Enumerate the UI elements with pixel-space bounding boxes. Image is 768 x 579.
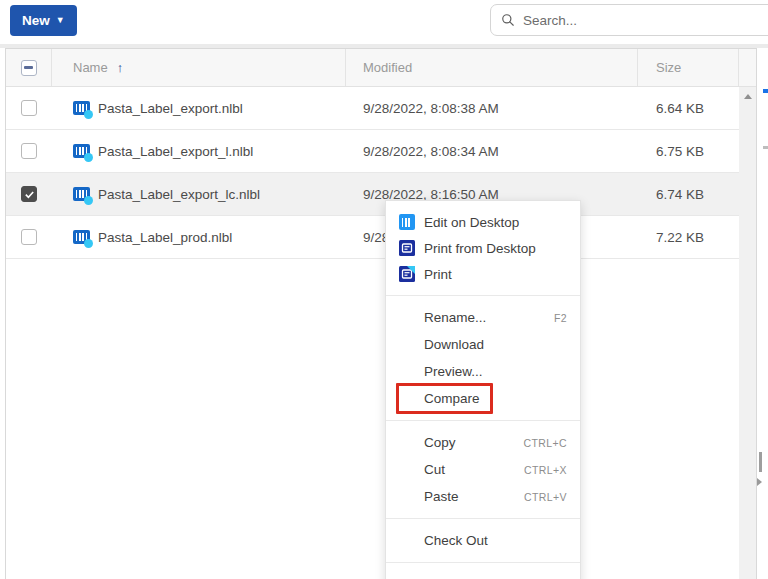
menu-item-check-out[interactable]: Check Out [386, 527, 580, 554]
menu-item-edit-on-desktop[interactable]: Edit on Desktop [386, 209, 580, 235]
menu-divider [386, 295, 580, 296]
menu-item-cut[interactable]: Cut CTRL+X [386, 456, 580, 483]
column-header-name[interactable]: Name ↑ [52, 49, 346, 86]
menu-item-rename[interactable]: Rename... F2 [386, 304, 580, 331]
menu-divider [386, 420, 580, 421]
menu-item-print-from-desktop[interactable]: Print from Desktop [386, 235, 580, 261]
browser-scrollbar-marker [763, 146, 768, 149]
file-size: 6.74 KB [638, 173, 738, 215]
barcode-label-icon [399, 214, 415, 230]
column-header-spacer [739, 49, 756, 86]
checkmark-icon [24, 189, 35, 200]
file-table: Name ↑ Modified Size Pasta_Label_export.… [5, 48, 757, 579]
table-row[interactable]: Pasta_Label_export_l.nlbl 9/28/2022, 8:0… [6, 130, 739, 173]
file-name: Pasta_Label_export.nlbl [98, 101, 243, 116]
search-box[interactable] [490, 4, 768, 36]
row-checkbox[interactable] [21, 229, 37, 245]
file-name: Pasta_Label_export_lc.nlbl [98, 187, 260, 202]
row-checkbox[interactable] [21, 143, 37, 159]
row-checkbox-checked[interactable] [21, 186, 37, 202]
select-all-cell [6, 49, 52, 86]
file-modified: 9/28/2022, 8:08:38 AM [346, 87, 638, 129]
menu-item-change-workflow-step[interactable]: Change Workflow Step [386, 571, 580, 579]
list-scrollbar-track[interactable] [739, 87, 756, 579]
file-name: Pasta_Label_export_l.nlbl [98, 144, 253, 159]
context-menu: Edit on Desktop Print from Desktop Print [385, 200, 581, 579]
indeterminate-icon [24, 66, 33, 69]
search-icon [501, 13, 515, 27]
menu-item-paste[interactable]: Paste CTRL+V [386, 483, 580, 510]
printer-document-fold-icon [399, 266, 415, 282]
shortcut-label: CTRL+V [524, 491, 567, 503]
table-row[interactable]: Pasta_Label_export.nlbl 9/28/2022, 8:08:… [6, 87, 739, 130]
table-row[interactable]: Pasta_Label_prod.nlbl 9/28 7.22 KB [6, 216, 739, 259]
new-button-label: New [22, 13, 50, 28]
sort-ascending-icon: ↑ [117, 60, 124, 75]
menu-item-compare[interactable]: Compare [386, 385, 580, 412]
browser-scrollbar-thumb[interactable] [759, 452, 762, 472]
scroll-up-button[interactable] [739, 87, 756, 105]
chevron-down-icon: ▼ [56, 16, 65, 25]
file-name: Pasta_Label_prod.nlbl [98, 230, 232, 245]
table-header-row: Name ↑ Modified Size [6, 49, 756, 87]
triangle-up-icon [744, 94, 752, 99]
column-header-size[interactable]: Size [638, 49, 739, 86]
table-row-selected[interactable]: Pasta_Label_export_lc.nlbl 9/28/2022, 8:… [6, 173, 739, 216]
scroll-right-arrow-icon[interactable] [757, 478, 762, 486]
column-header-modified[interactable]: Modified [346, 49, 638, 86]
file-size: 6.75 KB [638, 130, 738, 172]
printer-document-icon [399, 240, 415, 256]
menu-divider [386, 518, 580, 519]
shortcut-label: CTRL+C [523, 437, 567, 449]
shortcut-label: CTRL+X [524, 464, 567, 476]
browser-scrollbar-marker [763, 89, 768, 93]
label-file-icon [73, 144, 90, 159]
menu-item-download[interactable]: Download [386, 331, 580, 358]
label-file-icon [73, 230, 90, 245]
select-all-checkbox[interactable] [21, 60, 37, 76]
new-button[interactable]: New ▼ [10, 5, 77, 36]
file-size: 7.22 KB [638, 216, 738, 258]
shortcut-label: F2 [554, 312, 567, 324]
toolbar: New ▼ [0, 0, 768, 44]
file-size: 6.64 KB [638, 87, 738, 129]
label-file-icon [73, 187, 90, 202]
file-modified: 9/28/2022, 8:08:34 AM [346, 130, 638, 172]
search-input[interactable] [523, 13, 768, 28]
menu-item-print[interactable]: Print [386, 261, 580, 287]
menu-divider [386, 562, 580, 563]
label-file-icon [73, 101, 90, 116]
row-checkbox[interactable] [21, 100, 37, 116]
menu-item-preview[interactable]: Preview... [386, 358, 580, 385]
menu-item-copy[interactable]: Copy CTRL+C [386, 429, 580, 456]
